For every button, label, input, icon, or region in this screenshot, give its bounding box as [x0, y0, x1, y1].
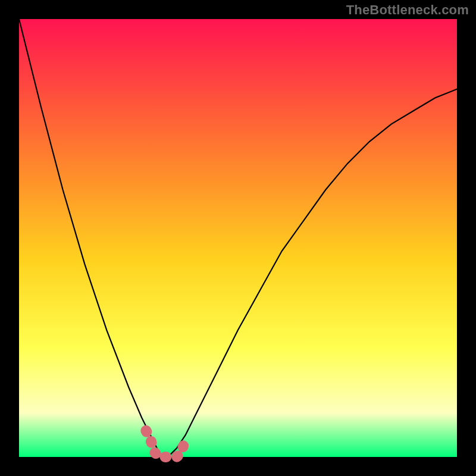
chart-container: { "watermark": "TheBottleneck.com", "col… [0, 0, 476, 476]
watermark-text: TheBottleneck.com [346, 2, 469, 18]
bottleneck-chart [0, 0, 476, 476]
plot-area [19, 19, 457, 457]
